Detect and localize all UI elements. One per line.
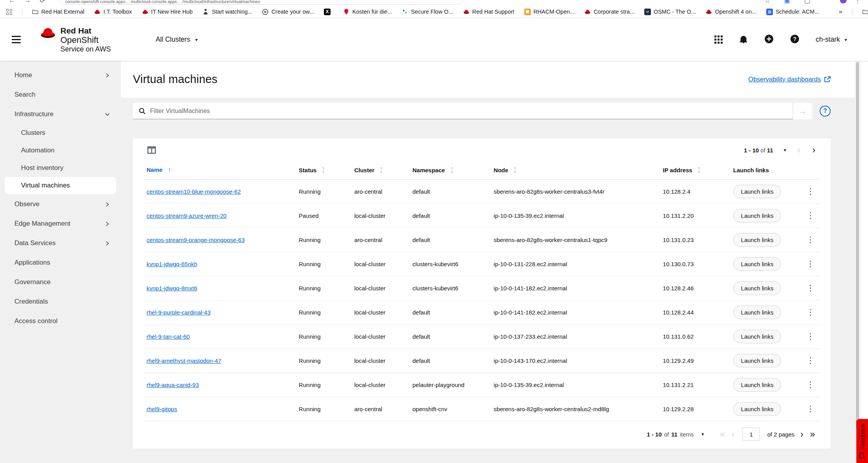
sidebar-item-edge-management[interactable]: Edge Management (0, 214, 121, 233)
url-bar[interactable]: console-openshift-console.apps… multiclo… (58, 0, 464, 5)
sidebar-item-credentials[interactable]: Credentials (0, 292, 121, 311)
bookmark-start-watching[interactable]: Start watching... (202, 9, 252, 15)
bookmark-corporate-strategy[interactable]: Corporate stra... (584, 9, 635, 15)
prev-page-button[interactable]: ‹ (797, 146, 801, 155)
feedback-tab[interactable]: Feedback (856, 419, 868, 463)
launch-links-button[interactable]: Launch links (733, 281, 781, 295)
kebab-menu-button[interactable]: ⋮ (804, 260, 817, 268)
sidebar-item-applications[interactable]: Applications (0, 253, 121, 272)
sidebar-item-governance[interactable]: Governance (0, 272, 121, 292)
bookmarks-overflow-button[interactable]: » (839, 8, 842, 16)
sidebar-item-observe[interactable]: Observe (0, 194, 121, 214)
launch-links-button[interactable]: Launch links (733, 330, 781, 343)
sidebar-item-access-control[interactable]: Access control (0, 311, 121, 331)
observability-dashboards-link[interactable]: Observability dashboards (748, 76, 831, 83)
bookmark-openshift-4[interactable]: Openshift 4 on... (705, 9, 756, 15)
kebab-menu-button[interactable]: ⋮ (804, 188, 817, 195)
create-button[interactable] (764, 34, 774, 45)
bookmark-red-hat-support[interactable]: Red Hat Support (463, 9, 514, 15)
kebab-menu-button[interactable]: ⋮ (804, 285, 817, 292)
column-header-namespace[interactable]: Namespace (409, 163, 490, 180)
bookmark-rhacm[interactable]: RHACM-Open... (524, 9, 575, 15)
tab-panel-icon[interactable]: ▢ (804, 0, 810, 5)
cluster-selector-dropdown[interactable]: All Clusters ▾ (156, 35, 198, 44)
sidebar-item-virtual-machines[interactable]: Virtual machines (5, 177, 116, 194)
filter-input[interactable] (150, 108, 793, 115)
vm-name-link[interactable]: rhel-9-purple-cardinal-43 (147, 309, 210, 316)
sidebar-item-infrastructure[interactable]: Infrastructure (0, 104, 121, 124)
launch-links-button[interactable]: Launch links (733, 185, 781, 198)
launch-links-button[interactable]: Launch links (733, 378, 781, 392)
user-menu-dropdown[interactable]: ch-stark ▾ (816, 35, 847, 44)
sidebar-item-search[interactable]: Search (0, 85, 121, 104)
sidebar-item-data-services[interactable]: Data Services (0, 233, 121, 253)
notifications-button[interactable] (739, 35, 748, 45)
nav-toggle-button[interactable] (12, 36, 21, 43)
kebab-menu-button[interactable]: ⋮ (804, 405, 817, 413)
extension-icon[interactable]: ▣ (784, 0, 790, 5)
bookmark-it-new-hire-hub[interactable]: IT New Hire Hub (142, 9, 193, 15)
bookmark-star-icon[interactable]: ☆ (765, 0, 771, 5)
app-launcher-button[interactable] (714, 35, 723, 44)
vertical-scrollbar[interactable] (855, 61, 860, 463)
vm-name-link[interactable]: centos-stream10-blue-mongoose-62 (147, 188, 241, 195)
launch-links-button[interactable]: Launch links (733, 209, 781, 223)
vm-name-link[interactable]: centos-stream9-azure-wren-20 (147, 212, 226, 219)
bookmark-create-your-own[interactable]: Create your ow... (262, 9, 314, 15)
prev-page-button[interactable]: ‹ (731, 430, 735, 439)
browser-forward-icon[interactable]: → (24, 0, 31, 4)
all-bookmarks-button[interactable]: All Bookmarks (862, 9, 868, 15)
browser-back-icon[interactable]: ← (9, 0, 15, 4)
kebab-menu-button[interactable]: ⋮ (804, 333, 817, 340)
kebab-menu-button[interactable]: ⋮ (804, 381, 817, 389)
tab-groups-icon[interactable] (6, 9, 12, 15)
launch-links-button[interactable]: Launch links (733, 354, 781, 368)
launch-links-button[interactable]: Launch links (733, 402, 781, 416)
bookmark-x-site[interactable]: X (324, 9, 333, 15)
launch-links-button[interactable]: Launch links (733, 306, 781, 319)
browser-reload-icon[interactable]: ⟳ (40, 0, 45, 5)
per-page-dropdown[interactable]: ▾ (784, 147, 786, 153)
current-page-input[interactable] (742, 428, 760, 441)
vm-name-link[interactable]: centos-stream9-orange-mongoose-63 (147, 237, 245, 243)
scrollbar-thumb[interactable] (856, 62, 859, 429)
vm-name-link[interactable]: kvnp1-jdwgq-8mxt6 (147, 285, 197, 292)
bookmark-kosten[interactable]: Kosten für die... (343, 9, 392, 15)
first-page-button[interactable]: « (719, 430, 726, 439)
bookmark-red-hat-external[interactable]: Red Hat External (32, 9, 84, 15)
browser-menu-icon[interactable]: ⋮ (854, 0, 861, 5)
vm-name-link[interactable]: kvnp1-jdwgq-65nkh (147, 261, 197, 267)
kebab-menu-button[interactable]: ⋮ (804, 236, 817, 244)
column-header-node[interactable]: Node (491, 163, 660, 180)
vm-name-link[interactable]: rhel-9-tan-cat-60 (147, 333, 190, 340)
help-menu-button[interactable]: ? (790, 34, 799, 45)
items-per-page-dropdown[interactable]: ▾ (702, 431, 704, 437)
manage-columns-button[interactable] (147, 146, 156, 154)
vm-name-link[interactable]: rhel9-aqua-canid-93 (147, 382, 199, 388)
filter-submit-button[interactable]: → (793, 103, 812, 119)
sidebar-item-host-inventory[interactable]: Host inventory (0, 159, 121, 177)
launch-links-button[interactable]: Launch links (733, 233, 781, 247)
column-header-status[interactable]: Status (296, 163, 351, 180)
browser-profile-avatar[interactable] (840, 0, 847, 4)
filter-help-button[interactable]: ? (820, 106, 831, 117)
sidebar-item-clusters[interactable]: Clusters (0, 124, 121, 141)
sidebar-item-automation[interactable]: Automation (0, 141, 121, 159)
column-header-name[interactable]: Name↑ (143, 163, 296, 180)
vm-name-link[interactable]: rhel9-amethyst-mastodon-47 (147, 357, 221, 364)
bookmark-schedule-acm[interactable]: Schedule: ACM... (766, 9, 819, 15)
kebab-menu-button[interactable]: ⋮ (804, 309, 817, 316)
next-page-button[interactable]: › (800, 430, 804, 439)
column-header-cluster[interactable]: Cluster (351, 163, 409, 180)
kebab-menu-button[interactable]: ⋮ (804, 212, 817, 219)
column-header-ip[interactable]: IP address (660, 163, 730, 180)
launch-links-button[interactable]: Launch links (733, 257, 781, 271)
sidebar-item-home[interactable]: Home (0, 65, 121, 85)
brand-logo[interactable]: Red Hat OpenShift Service on AWS (39, 26, 111, 53)
vm-name-link[interactable]: rhel9-gitops (147, 406, 177, 412)
bookmark-it-toolbox[interactable]: I.T. Toolbox (94, 9, 132, 15)
bookmark-osmc[interactable]: OSMC - The O... (644, 9, 696, 15)
last-page-button[interactable]: » (809, 430, 816, 439)
bookmark-secure-flow[interactable]: Secure Flow O... (402, 9, 453, 15)
next-page-button[interactable]: › (811, 146, 816, 155)
